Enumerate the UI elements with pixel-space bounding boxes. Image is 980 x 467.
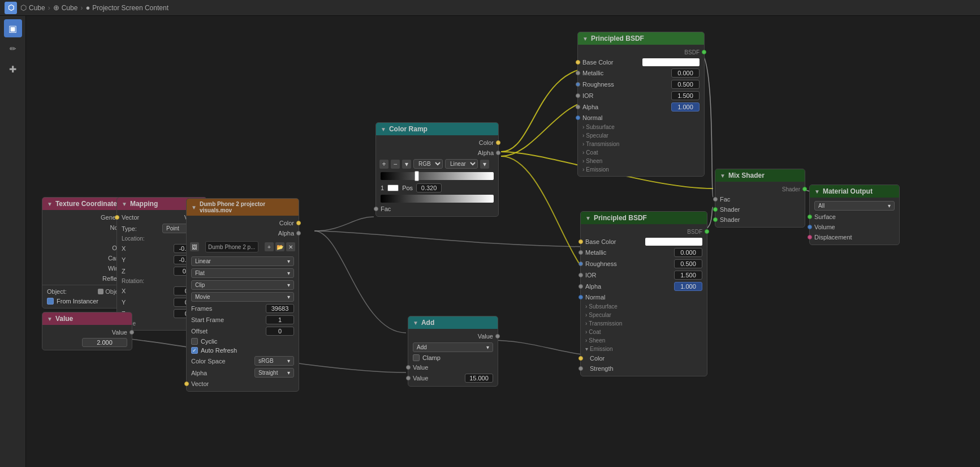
cr-handle[interactable] [415,171,419,181]
pbsdf2-alpha: Alpha 1.000 [581,281,707,292]
value-field[interactable]: 2.000 [82,338,127,347]
breadcrumb-item-2[interactable]: ⊕ Cube [53,3,78,12]
add-operation-value: Add [417,344,427,350]
pbsdf1-alpha-value[interactable]: 1.000 [671,102,700,112]
cr-menu[interactable]: ▾ [402,160,411,169]
pbsdf2-subsurface[interactable]: ›Subsurface [581,302,707,311]
img-offset-value[interactable]: 0 [266,327,294,336]
pbsdf2-header[interactable]: ▼ Principled BSDF [581,212,707,224]
mix-shader-in1: Shader [715,204,805,215]
color-ramp-header[interactable]: ▼ Color Ramp [376,123,498,135]
cr-stop-row: 1 Pos 0.320 [376,182,498,194]
mix-fac-socket [713,197,718,202]
img-frames-value[interactable]: 39683 [266,304,294,313]
mix-shader2-socket [713,217,718,222]
add-value-field-val[interactable]: 15.000 [465,374,493,383]
image-texture-header[interactable]: ▼ Dumb Phone 2 projector visuals.mov [187,199,299,216]
transform-button[interactable]: ✚ [4,60,22,78]
pbsdf2-roughness-value[interactable]: 0.500 [674,259,702,268]
img-colorspace-dropdown[interactable]: sRGB▾ [254,356,294,366]
pbsdf2-metallic-value[interactable]: 0.000 [674,248,702,257]
img-cyclic-checkbox[interactable] [191,338,198,345]
add-value-out-socket [495,334,500,339]
cr-interp-menu[interactable]: ▾ [480,160,489,169]
material-output-header[interactable]: ▼ Material Output [810,185,899,198]
pbsdf1-transmission[interactable]: ›Transmission [578,140,704,148]
pbsdf1-subsurface[interactable]: ›Subsurface [578,123,704,131]
img-open-btn[interactable]: 📂 [275,242,284,251]
cr-gradient-bar[interactable] [381,172,494,180]
pbsdf1-sheen[interactable]: ›Sheen [578,157,704,165]
pbsdf2-ior-value[interactable]: 1.500 [674,271,702,280]
pbsdf2-coat[interactable]: ›Coat [581,328,707,336]
cr-pos-value[interactable]: 0.320 [416,183,442,192]
pbsdf2-ior-socket [578,273,583,277]
matout-dropdown[interactable]: All ▾ [814,201,895,211]
img-interpolation-dropdown[interactable]: Linear▾ [191,256,294,266]
mix-shader-out: Shader [715,184,805,194]
img-colorspace-row: Color Space sRGB▾ [187,355,299,367]
cr-mode-select[interactable]: RGB [413,159,443,169]
cr-remove-stop[interactable]: − [391,160,400,169]
img-extension-dropdown[interactable]: Clip▾ [191,280,294,290]
pbsdf1-ior-value[interactable]: 1.500 [671,91,700,100]
armature-icon: ⊕ [53,3,59,12]
cursor-button[interactable]: ✏ [4,40,22,58]
breadcrumb-item-3[interactable]: ● Projector Screen Content [85,3,169,12]
cr-color-preview[interactable] [387,185,399,191]
add-operation: Add▾ [408,341,498,353]
mix-shader-out-socket [802,187,807,191]
img-browse-btn[interactable]: 🖼 [190,242,199,251]
color-ramp-title: Color Ramp [389,125,428,133]
img-alpha-out: Alpha [187,228,299,238]
cr-color-out: Color [376,138,498,148]
img-autorefresh-checkbox[interactable]: ✓ [191,347,198,354]
pbsdf2-emission-strength: Strength [581,363,707,374]
pbsdf2-specular[interactable]: ›Specular [581,311,707,319]
img-projection-dropdown[interactable]: Flat▾ [191,268,294,278]
pbsdf2-alpha-value[interactable]: 1.000 [674,282,702,291]
pbsdf1-header[interactable]: ▼ Principled BSDF [578,32,704,45]
add-node: ▼ Add Value Add▾ Clamp Value [408,316,498,387]
value-header[interactable]: ▼ Value [42,312,132,325]
pbsdf2-color-field[interactable] [645,238,703,246]
add-value-in-socket [406,365,411,370]
pbsdf1-coat[interactable]: ›Coat [578,148,704,157]
img-alpha-value: Straight [258,370,278,376]
breadcrumb-item-1[interactable]: ⬡ Cube [20,3,45,12]
img-interpolation: Linear▾ [187,255,299,267]
img-new-btn[interactable]: + [265,242,274,251]
img-filename[interactable]: Dumb Phone 2 p... [205,241,258,252]
add-header[interactable]: ▼ Add [408,316,498,329]
breadcrumb-sep-1: › [48,4,50,12]
cr-interpolation-select[interactable]: Linear [445,159,478,169]
img-vector-in: Vector [187,379,299,389]
mix-shader-header[interactable]: ▼ Mix Shader [715,169,805,182]
img-source-dropdown[interactable]: Movie▾ [191,292,294,302]
texture-coord-title: Texture Coordinate [55,200,117,208]
select-box-button[interactable]: ▣ [4,19,22,37]
add-clamp-label: Clamp [422,354,441,361]
pbsdf2-sheen[interactable]: ›Sheen [581,336,707,345]
mix-shader1-socket [713,207,718,212]
pbsdf1-roughness-value[interactable]: 0.500 [671,80,700,89]
pbsdf1-roughness-socket [576,82,580,87]
img-start-frame-value[interactable]: 1 [266,315,294,324]
add-clamp-checkbox[interactable] [413,354,420,361]
pbsdf2-transmission[interactable]: ›Transmission [581,319,707,328]
cr-add-stop[interactable]: + [379,160,388,169]
breadcrumb-label-2: Cube [62,4,78,12]
pbsdf1-color-field[interactable] [642,58,700,66]
img-extension: Clip▾ [187,279,299,291]
tc-instancer-checkbox[interactable] [47,298,54,305]
add-operation-dropdown[interactable]: Add▾ [413,342,493,352]
pbsdf2-emission[interactable]: ▾Emission [581,345,707,353]
img-close-btn[interactable]: ✕ [286,242,295,251]
pbsdf2-basecolor: Base Color [581,237,707,247]
pbsdf1-emission[interactable]: ›Emission [578,165,704,174]
img-alpha-dropdown[interactable]: Straight▾ [254,368,294,378]
matout-dropdown-row: All ▾ [810,200,899,212]
img-alpha-row: Alpha Straight▾ [187,367,299,379]
pbsdf1-metallic-value[interactable]: 0.000 [671,68,700,78]
pbsdf1-specular[interactable]: ›Specular [578,131,704,140]
